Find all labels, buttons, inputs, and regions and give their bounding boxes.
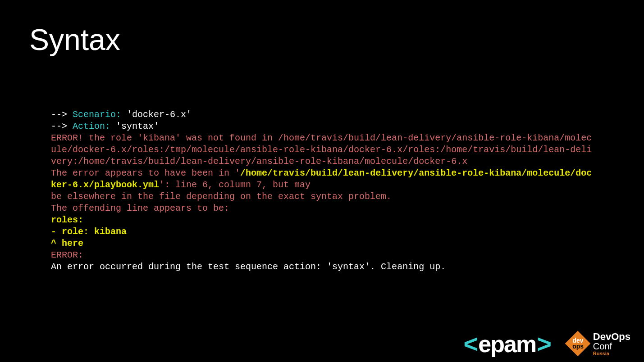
epam-logo: < epam > bbox=[464, 331, 551, 357]
slide: Syntax --> Scenario: 'docker-6.x' --> Ac… bbox=[0, 0, 644, 362]
slide-title: Syntax bbox=[29, 23, 615, 57]
arrow: --> bbox=[51, 121, 73, 131]
epam-angle-right: > bbox=[537, 331, 551, 357]
role-kibana-line: - role: kibana bbox=[51, 226, 127, 237]
conf-word: Conf bbox=[593, 342, 630, 351]
action-key: Action: bbox=[73, 121, 116, 131]
devops-box-icon: dev ops bbox=[565, 331, 591, 357]
epam-name: epam bbox=[478, 332, 536, 356]
final-msg: An error occurred during the test sequen… bbox=[51, 262, 446, 272]
offending-line: The offending line appears to be: bbox=[51, 203, 229, 213]
logos: < epam > dev ops DevOps Conf Russia bbox=[464, 331, 630, 357]
russia-word: Russia bbox=[593, 351, 630, 356]
error-label: ERROR: bbox=[51, 250, 83, 260]
devops-conf-logo: dev ops DevOps Conf Russia bbox=[569, 332, 630, 356]
devops-word: DevOps bbox=[593, 332, 630, 342]
terminal-output: --> Scenario: 'docker-6.x' --> Action: '… bbox=[51, 97, 597, 273]
arrow: --> bbox=[51, 109, 73, 120]
error-role-not-found: ERROR! the role 'kibana' was not found i… bbox=[51, 133, 592, 167]
epam-angle-left: < bbox=[464, 331, 478, 357]
here-line: ^ here bbox=[51, 238, 83, 249]
scenario-key: Scenario: bbox=[73, 109, 127, 120]
appears-pre: The error appears to have been in ' bbox=[51, 168, 240, 178]
appears-post: ': line 6, column 7, but may bbox=[159, 180, 311, 190]
roles-line: roles: bbox=[51, 215, 83, 225]
box-ops: ops bbox=[572, 344, 583, 349]
scenario-val: 'docker-6.x' bbox=[127, 109, 192, 120]
action-val: 'syntax' bbox=[116, 121, 159, 131]
devops-text: DevOps Conf Russia bbox=[593, 332, 630, 356]
elsewhere-line: be elsewhere in the file depending on th… bbox=[51, 191, 392, 202]
